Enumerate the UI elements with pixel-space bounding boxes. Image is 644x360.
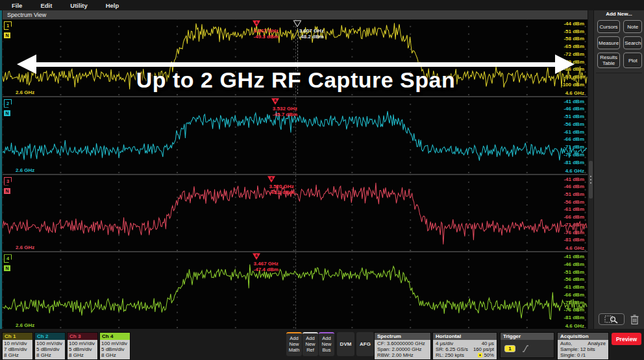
db-label: -51 dBm [564, 114, 584, 119]
stop-frequency-label: 4.6 GHz [565, 168, 584, 174]
svg-text:a: a [255, 20, 258, 25]
menu-item[interactable]: Help [106, 2, 119, 9]
menu-item[interactable]: Utility [70, 2, 87, 9]
zoom-box-icon [604, 315, 619, 324]
stop-frequency-label: 4.6 GHz [565, 323, 584, 329]
marker-readout: 3.532 GHz-45.7 dBm [273, 106, 297, 117]
db-label: -61 dBm [564, 284, 584, 290]
marker-readout: 3.467 GHz-47.4 dBm [254, 261, 279, 272]
db-label: -65 dBm [564, 43, 584, 49]
reference-marker-triangle-icon [293, 20, 301, 27]
start-frequency-label: 2.6 GHz [16, 322, 34, 328]
trace-type-badge-ch2: N [4, 110, 10, 116]
db-label: -51 dBm [564, 191, 584, 197]
panel-button[interactable]: Results Table [597, 53, 620, 68]
spectrum-badge-body: CF: 3.60000000 GHz Span: 2.00000 GHz RBW… [375, 340, 430, 359]
db-label: -71 dBm [564, 300, 584, 306]
channel-badge-body: 10 mV/div7 dBm/div8 GHz [3, 340, 32, 359]
preview-button[interactable]: Preview [612, 333, 641, 345]
db-label: -71 dBm [564, 144, 584, 150]
db-label: -51 dBm [564, 29, 584, 34]
stop-frequency-label: 4.6 GHz [565, 90, 584, 96]
channel-badge-body: 100 mV/div5 dBm/div8 GHz [100, 340, 130, 359]
db-label: -56 dBm [564, 276, 584, 282]
marker-triangle-icon: a [271, 98, 279, 105]
db-label: -56 dBm [564, 121, 584, 127]
acquisition-badge-body: Auto,Analyze Sample: 12 bits Single: 0 /… [558, 340, 608, 359]
db-label: -51 dBm [564, 269, 584, 275]
db-label: -46 dBm [564, 261, 584, 267]
dvm-button[interactable]: DVM [337, 332, 354, 356]
db-label: -66 dBm [564, 136, 584, 142]
trash-icon[interactable] [630, 314, 639, 325]
panel-divider [596, 73, 642, 73]
marker-triangle-icon: a [267, 176, 276, 183]
db-label: -61 dBm [564, 129, 584, 135]
panel-button[interactable]: Measure [597, 36, 620, 49]
trigger-badge-header: Trigger [501, 333, 554, 340]
svg-text:a: a [271, 176, 273, 180]
svg-text:a: a [255, 253, 258, 258]
menu-item[interactable]: File [12, 2, 22, 9]
channel-badge-ch3[interactable]: Ch 3 100 mV/div5 dBm/div8 GHz [67, 332, 98, 360]
channel-badge-body: 100 mV/div5 dBm/div8 GHz [35, 340, 65, 359]
channel-badge-ch1[interactable]: Ch 1 10 mV/div7 dBm/div8 GHz [2, 332, 33, 360]
spectrum-panel-ch4: 4 N -41 dBm-46 dBm-51 dBm-56 dBm-61 dBm-… [3, 252, 588, 329]
trace-type-badge-ch4: N [4, 265, 10, 271]
db-label: -41 dBm [564, 176, 584, 182]
scrollbar-thumb[interactable] [589, 161, 593, 198]
menu-item[interactable]: Edit [40, 2, 52, 9]
spectrum-panel-ch3: 3 N -41 dBm-46 dBm-51 dBm-56 dBm-61 dBm-… [3, 175, 588, 252]
marker-triangle-icon: a [252, 20, 260, 27]
channel-badge-header: Ch 3 [68, 333, 97, 340]
start-frequency-label: 2.6 GHz [16, 90, 34, 95]
panel-button[interactable]: Cursors [597, 20, 620, 33]
panel-button[interactable]: Plot [623, 53, 642, 68]
db-label: -66 dBm [564, 214, 584, 220]
channel-badge-ch4[interactable]: Ch 4 100 mV/div5 dBm/div8 GHz [99, 332, 130, 360]
start-frequency-label: 2.6 GHz [16, 245, 34, 250]
acquisition-badge[interactable]: Acquisition Auto,Analyze Sample: 12 bits… [557, 332, 609, 360]
panel-button[interactable]: Note [623, 20, 642, 33]
db-label: -71 dBm [564, 222, 584, 228]
horizontal-badge[interactable]: Horizontal 4 μs/div40 μs SR: 6.25 GS/s16… [432, 332, 497, 360]
menu-bar: FileEditUtilityHelp [0, 0, 644, 10]
amplitude-axis-ch2: -41 dBm-46 dBm-51 dBm-56 dBm-61 dBm-66 d… [564, 99, 584, 165]
channel-badge-body: 100 mV/div5 dBm/div8 GHz [68, 340, 97, 359]
add-new-ref-button[interactable]: AddNewRef [303, 332, 318, 356]
add-new-math-button[interactable]: AddNewMath [286, 332, 302, 356]
stop-frequency-label: 4.6 GHz [565, 245, 584, 251]
trigger-badge[interactable]: Trigger 1 [500, 332, 554, 358]
db-label: -46 dBm [564, 184, 584, 189]
db-label: -56 dBm [564, 199, 584, 205]
add-new-bus-button[interactable]: AddNewBus [319, 332, 334, 356]
spectrum-panels: 1 N -44 dBm-51 dBm-58 dBm-65 dBm-72 dBm-… [3, 19, 588, 329]
trigger-position-icon [478, 353, 482, 357]
db-label: -76 dBm [564, 152, 584, 158]
vertical-scrollbar[interactable] [588, 10, 593, 329]
zoom-tool-button[interactable] [599, 313, 625, 325]
db-label: -41 dBm [564, 254, 584, 259]
db-label: -79 dBm [564, 59, 584, 65]
afg-button[interactable]: AFG [356, 332, 374, 356]
bottom-bar: Ch 1 10 mV/div7 dBm/div8 GHz Ch 2 100 mV… [0, 329, 644, 360]
right-panel: Tek/tronix Add New... CursorsNoteMeasure… [594, 0, 644, 329]
amplitude-axis-ch3: -41 dBm-46 dBm-51 dBm-56 dBm-61 dBm-66 d… [564, 176, 584, 243]
amplitude-axis-ch4: -41 dBm-46 dBm-51 dBm-56 dBm-61 dBm-66 d… [564, 254, 584, 320]
add-new-label: Add New... [594, 11, 644, 17]
db-label: -66 dBm [564, 292, 584, 298]
horizontal-badge-body: 4 μs/div40 μs SR: 6.25 GS/s160 ps/pt RL:… [433, 340, 497, 359]
db-label: -93 dBm [564, 74, 584, 80]
db-label: -81 dBm [564, 160, 584, 165]
channel-badge-ch2[interactable]: Ch 2 100 mV/div5 dBm/div8 GHz [34, 332, 66, 360]
spectrum-trace-ch3 [3, 175, 588, 252]
panel-button[interactable]: Search [623, 36, 642, 49]
spectrum-badge[interactable]: Spectrum CF: 3.60000000 GHz Span: 2.0000… [374, 332, 431, 360]
db-label: -81 dBm [564, 237, 584, 243]
db-label: -76 dBm [564, 230, 584, 235]
db-label: -81 dBm [564, 315, 584, 320]
reference-marker-readout: 3.607 GHz-48.2 dBm [299, 28, 324, 40]
panel-button-grid: CursorsNoteMeasureSearchResults TablePlo… [594, 17, 644, 72]
spectrum-view-display: Spectrum View 1 N -44 dBm-51 dBm-58 dBm-… [3, 10, 588, 329]
spectrum-trace-ch1 [3, 19, 588, 96]
